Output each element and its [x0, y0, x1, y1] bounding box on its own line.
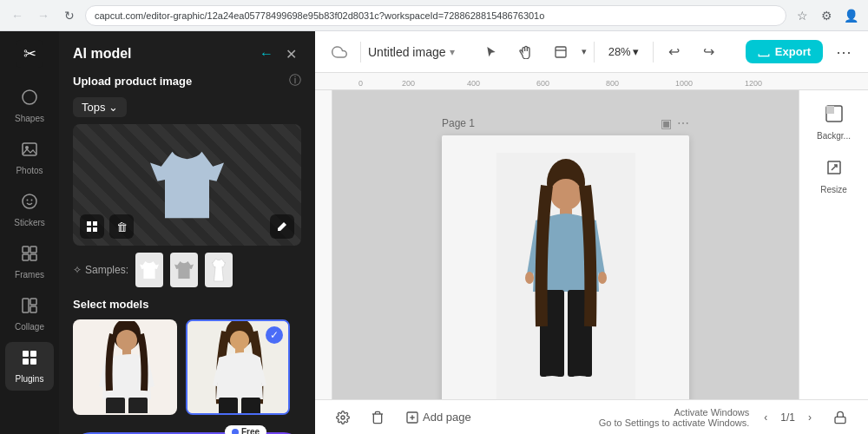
svg-point-47: [566, 376, 594, 390]
canvas-model-image: [496, 153, 635, 399]
category-dropdown[interactable]: Tops ⌄: [73, 97, 127, 117]
grid-action-button[interactable]: [80, 214, 104, 239]
back-button[interactable]: ←: [7, 5, 28, 26]
url-bar[interactable]: capcut.com/editor-graphic/12a24ea0577849…: [85, 5, 786, 26]
page-copy-icon[interactable]: ▣: [661, 116, 672, 130]
svg-rect-35: [241, 398, 260, 415]
category-label: Tops: [82, 101, 105, 114]
reload-button[interactable]: ↻: [59, 5, 80, 26]
page-label: Page 1: [442, 117, 475, 129]
svg-point-5: [23, 194, 36, 208]
right-panel-resize[interactable]: Resize: [808, 151, 860, 201]
page-wrapper: Page 1 ▣ ⋯: [442, 116, 689, 399]
ai-model-panel: ← AI model ← ✕ Upload product image ⓘ To…: [59, 31, 315, 434]
svg-rect-34: [219, 398, 238, 415]
svg-rect-15: [23, 351, 29, 357]
cloud-save-button[interactable]: [326, 38, 353, 66]
upload-area[interactable]: 🗑: [73, 124, 301, 246]
svg-rect-8: [23, 247, 29, 253]
model-selected-check: ✓: [266, 326, 283, 344]
bookmark-button[interactable]: ☆: [792, 5, 812, 26]
delete-action-button[interactable]: 🗑: [109, 214, 134, 239]
edit-action-button[interactable]: [270, 214, 294, 239]
sidebar-item-plugins-label: Plugins: [16, 374, 44, 384]
delete-page-button[interactable]: [364, 407, 391, 428]
svg-point-32: [230, 331, 249, 350]
samples-text: Samples:: [85, 264, 128, 276]
model-card-1[interactable]: [73, 319, 177, 415]
doc-chevron-icon: ▾: [450, 46, 455, 58]
layout-chevron-icon: ▾: [582, 46, 587, 57]
svg-rect-9: [30, 247, 36, 253]
toolbar-divider-1: [360, 42, 361, 62]
sidebar-item-shapes[interactable]: Shapes: [5, 82, 54, 130]
svg-point-6: [27, 200, 29, 201]
lock-button[interactable]: [826, 407, 854, 428]
svg-rect-14: [30, 306, 36, 312]
toolbar-divider-2: [594, 42, 595, 62]
ruler-left: [315, 90, 332, 399]
plugins-icon: [21, 349, 38, 371]
svg-rect-20: [93, 221, 97, 226]
model-card-2[interactable]: ✓: [186, 319, 290, 415]
svg-rect-18: [30, 358, 36, 365]
page-more-icon[interactable]: ⋯: [677, 116, 689, 130]
svg-point-7: [31, 200, 33, 201]
ruler-mark-800: 800: [606, 79, 619, 88]
sample-dress[interactable]: [205, 253, 233, 287]
canvas-area: Untitled image ▾ ▾ 28% ▾ ↩ ↪: [315, 31, 868, 434]
svg-point-26: [116, 330, 137, 351]
redo-button[interactable]: ↪: [695, 38, 723, 66]
pointer-tool-button[interactable]: [477, 38, 505, 66]
layout-button[interactable]: [547, 38, 575, 66]
zoom-value: 28%: [608, 45, 631, 58]
svg-point-46: [538, 376, 566, 390]
sidebar-item-stickers[interactable]: Stickers: [5, 186, 54, 234]
add-page-button[interactable]: Add page: [398, 407, 478, 428]
add-page-label: Add page: [423, 411, 471, 424]
app-logo[interactable]: ✂: [14, 38, 45, 69]
sidebar-item-collage[interactable]: Collage: [5, 290, 54, 339]
sample-shirt-1[interactable]: [135, 253, 163, 287]
category-chevron-icon: ⌄: [108, 101, 118, 114]
svg-rect-36: [556, 47, 566, 57]
upload-actions: 🗑: [80, 214, 134, 239]
prev-page-button[interactable]: ‹: [756, 408, 775, 427]
svg-rect-21: [87, 227, 91, 232]
hand-tool-button[interactable]: [512, 38, 540, 66]
sidebar-item-frames[interactable]: Frames: [5, 238, 54, 286]
section-title-row: Upload product image ⓘ: [73, 73, 301, 89]
forward-button[interactable]: →: [33, 5, 54, 26]
frames-icon: [21, 245, 38, 266]
info-icon[interactable]: ⓘ: [289, 73, 301, 89]
collage-icon: [21, 297, 38, 319]
browser-bar: ← → ↻ capcut.com/editor-graphic/12a24ea0…: [0, 0, 868, 31]
svg-rect-10: [23, 254, 29, 260]
svg-point-43: [598, 272, 607, 284]
extension-button[interactable]: ⚙: [816, 5, 837, 26]
resize-icon: [825, 158, 844, 181]
ruler-mark-200: 200: [402, 79, 415, 88]
svg-rect-12: [23, 299, 29, 312]
settings-button[interactable]: [329, 407, 357, 428]
canvas-viewport[interactable]: Page 1 ▣ ⋯: [332, 90, 799, 399]
zoom-control[interactable]: 28% ▾: [602, 42, 646, 62]
sample-shirt-2[interactable]: [170, 253, 198, 287]
export-button[interactable]: Export: [746, 40, 823, 63]
sidebar-item-photos[interactable]: Photos: [5, 134, 54, 182]
stickers-icon: [21, 193, 38, 214]
sidebar-item-plugins[interactable]: Plugins: [5, 342, 54, 391]
free-badge-label: Free: [241, 427, 260, 434]
svg-rect-3: [23, 143, 36, 155]
profile-button[interactable]: 👤: [840, 5, 861, 26]
doc-name[interactable]: Untitled image ▾: [368, 45, 455, 59]
svg-rect-11: [30, 254, 36, 260]
next-page-button[interactable]: ›: [800, 408, 819, 427]
undo-button[interactable]: ↩: [661, 38, 688, 66]
page-canvas[interactable]: [442, 135, 689, 399]
right-panel-background[interactable]: Backgr...: [808, 97, 860, 148]
more-options-button[interactable]: ⋯: [830, 38, 858, 66]
zoom-chevron-icon: ▾: [633, 45, 639, 58]
canvas-content: Page 1 ▣ ⋯: [315, 90, 868, 399]
panel-close-button[interactable]: ✕: [280, 43, 301, 64]
